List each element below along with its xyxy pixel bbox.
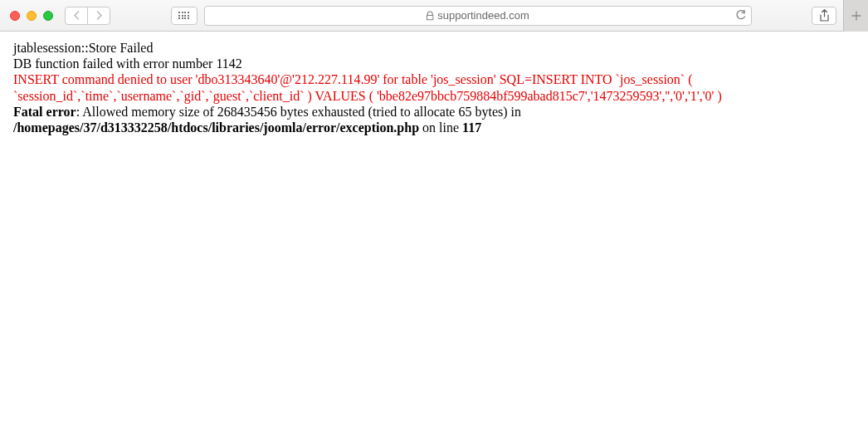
back-button[interactable] <box>65 7 88 25</box>
new-tab-button[interactable] <box>843 0 868 32</box>
url-display: supportindeed.com <box>426 9 529 22</box>
share-button[interactable] <box>812 7 836 25</box>
address-bar[interactable]: supportindeed.com <box>204 6 752 26</box>
close-window-button[interactable] <box>10 11 20 21</box>
error-line-1: jtablesession::Store Failed <box>13 41 153 55</box>
plus-icon <box>851 11 861 21</box>
grid-icon <box>178 12 189 19</box>
fatal-label: Fatal error <box>13 105 76 119</box>
fatal-message: : Allowed memory size of 268435456 bytes… <box>76 105 521 119</box>
fatal-online: on line <box>419 120 462 135</box>
nav-buttons <box>65 7 110 25</box>
window-controls <box>10 11 53 21</box>
page-content: jtablesession::Store Failed DB function … <box>0 32 868 144</box>
fatal-path: /homepages/37/d313332258/htdocs/librarie… <box>13 120 419 135</box>
share-icon <box>819 9 830 22</box>
chevron-right-icon <box>95 11 103 20</box>
minimize-window-button[interactable] <box>27 11 37 21</box>
top-sites-button[interactable] <box>171 7 197 25</box>
fatal-line: 117 <box>462 120 481 135</box>
lock-icon <box>426 11 433 21</box>
reload-button[interactable] <box>735 10 746 22</box>
fullscreen-window-button[interactable] <box>43 11 53 21</box>
chevron-left-icon <box>73 11 80 20</box>
error-line-2: DB function failed with error number 114… <box>13 56 242 71</box>
sql-error: INSERT command denied to user 'dbo313343… <box>13 72 722 102</box>
url-text: supportindeed.com <box>437 9 529 22</box>
reload-icon <box>735 10 746 22</box>
forward-button[interactable] <box>87 7 110 25</box>
browser-toolbar: supportindeed.com <box>0 0 868 32</box>
